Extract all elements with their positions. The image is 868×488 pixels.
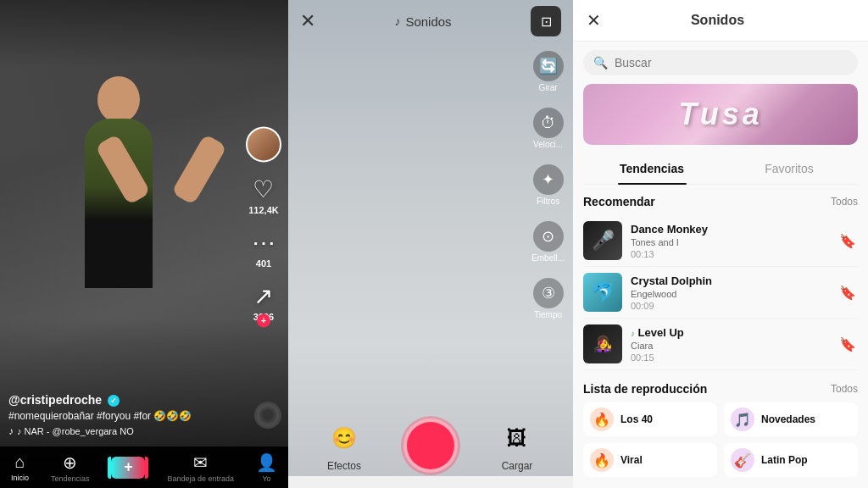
avatar	[246, 126, 281, 162]
nav-profile[interactable]: 👤 Yo	[256, 452, 277, 483]
playlist-novedades[interactable]: 🎵 Novedades	[724, 402, 858, 436]
heart-icon: ♡	[253, 175, 274, 203]
home-icon: ⌂	[14, 452, 25, 472]
sound-item-level-up[interactable]: 👩‍🎤 ♪ Level Up Ciara 00:15 🔖	[583, 319, 858, 370]
latinpop-label: Latin Pop	[761, 454, 808, 466]
camera-profile-button[interactable]: ⊡	[531, 6, 561, 36]
playlist-all-link[interactable]: Todos	[831, 383, 858, 395]
inbox-icon: ✉	[193, 452, 208, 473]
camera-bottom-bar	[288, 476, 573, 488]
dance-monkey-thumb-inner: 🎤	[583, 221, 622, 260]
avatar-action[interactable]: +	[246, 126, 281, 162]
effects-label: Efectos	[327, 460, 361, 472]
nav-home[interactable]: ⌂ Inicio	[11, 452, 29, 482]
sounds-search-bar[interactable]: 🔍	[583, 50, 858, 75]
camera-close-button[interactable]: ✕	[300, 10, 315, 32]
camera-filters-tool[interactable]: ✦ Filtros	[531, 164, 565, 206]
record-button[interactable]	[403, 419, 458, 473]
upload-button[interactable]: 🖼 Cargar	[498, 419, 536, 472]
sounds-scroll-area[interactable]: Recomendar Todos 🎤 Dance Monkey Tones an…	[573, 185, 868, 488]
crystal-dolphin-thumb	[583, 273, 622, 312]
dance-monkey-thumb: 🎤	[583, 221, 622, 260]
search-input[interactable]	[615, 56, 848, 69]
dance-monkey-duration: 00:13	[631, 249, 829, 259]
camera-title: ♪ Sonidos	[394, 14, 451, 29]
playlist-los40[interactable]: 🔥 Los 40	[583, 402, 717, 436]
speed-label: Veloci...	[533, 140, 563, 149]
level-up-author: Ciara	[631, 341, 829, 351]
banner-text: Tusa	[678, 97, 762, 132]
tab-tendencias[interactable]: Tendencias	[583, 153, 721, 184]
level-up-thumb-inner: 👩‍🎤	[583, 324, 622, 363]
upload-label: Cargar	[502, 460, 533, 472]
dance-monkey-bookmark[interactable]: 🔖	[837, 230, 858, 251]
nav-trending-label: Tendencias	[51, 474, 90, 483]
recomendar-header: Recomendar Todos	[583, 195, 858, 208]
bottom-nav: ⌂ Inicio ⊕ Tendencias + ✉ Bandeja de ent…	[0, 446, 288, 488]
video-top-gradient	[0, 0, 288, 68]
viral-icon: 🔥	[590, 448, 614, 472]
note-icon: ♪	[631, 329, 635, 338]
speed-icon: ⏱	[533, 108, 564, 138]
novedades-icon: 🎵	[731, 408, 754, 431]
figure-head	[97, 76, 140, 123]
nav-inbox[interactable]: ✉ Bandeja de entrada	[167, 452, 234, 483]
camera-header: ✕ ♪ Sonidos ⊡	[288, 0, 573, 42]
nav-inbox-label: Bandeja de entrada	[167, 474, 234, 483]
sounds-header: ✕ Sonidos	[573, 0, 868, 42]
level-up-bookmark[interactable]: 🔖	[837, 334, 858, 354]
crystal-dolphin-name: Crystal Dolphin	[631, 274, 829, 287]
video-username: @cristipedroche ✓	[8, 393, 237, 407]
camera-rotate-tool[interactable]: 🔄 Girar	[531, 51, 565, 92]
level-up-name: ♪ Level Up	[631, 326, 829, 339]
verified-badge: ✓	[108, 395, 120, 407]
timer-icon: ③	[533, 278, 564, 308]
sound-item-dance-monkey[interactable]: 🎤 Dance Monkey Tones and I 00:13 🔖	[583, 215, 858, 267]
recomendar-section: Recomendar Todos 🎤 Dance Monkey Tones an…	[573, 185, 868, 375]
rotate-label: Girar	[538, 83, 557, 92]
share-icon: ↗	[253, 282, 273, 310]
sounds-banner[interactable]: Tusa	[583, 84, 858, 145]
sound-item-crystal-dolphin[interactable]: Crystal Dolphin Engelwood 00:09 🔖	[583, 267, 858, 319]
dance-monkey-author: Tones and I	[631, 237, 829, 247]
nav-create[interactable]: +	[111, 457, 145, 479]
camera-beauty-tool[interactable]: ⊙ Embell...	[531, 221, 565, 263]
music-note-icon: ♪	[8, 425, 14, 437]
level-up-info: ♪ Level Up Ciara 00:15	[631, 326, 829, 363]
comment-count: 401	[256, 258, 271, 269]
timer-label: Tiempo	[534, 310, 562, 319]
sounds-close-button[interactable]: ✕	[587, 10, 601, 30]
beauty-label: Embell...	[531, 253, 565, 263]
nav-home-label: Inicio	[11, 474, 29, 482]
dance-monkey-name: Dance Monkey	[631, 223, 829, 236]
crystal-dolphin-bookmark[interactable]: 🔖	[837, 282, 858, 302]
upload-icon: 🖼	[498, 419, 536, 457]
dance-monkey-info: Dance Monkey Tones and I 00:13	[631, 223, 829, 259]
crystal-dolphin-info: Crystal Dolphin Engelwood 00:09	[631, 274, 829, 311]
recomendar-title: Recomendar	[583, 195, 655, 208]
nav-trending[interactable]: ⊕ Tendencias	[51, 452, 90, 483]
comment-action[interactable]: ⋯ 401	[252, 229, 275, 269]
create-button[interactable]: +	[111, 457, 145, 479]
playlist-header: Lista de reproducción Todos	[583, 382, 858, 396]
sounds-panel: ✕ Sonidos 🔍 Tusa Tendencias Favoritos Re…	[573, 0, 868, 488]
playlist-viral[interactable]: 🔥 Viral	[583, 443, 717, 477]
profile-icon: 👤	[256, 452, 277, 473]
crystal-dolphin-author: Engelwood	[631, 289, 829, 299]
like-action[interactable]: ♡ 112,4K	[248, 175, 278, 215]
playlist-latinpop[interactable]: 🎸 Latin Pop	[724, 443, 858, 477]
novedades-label: Novedades	[761, 413, 815, 425]
camera-bottom-controls: 😊 Efectos 🖼 Cargar	[288, 403, 573, 488]
camera-speed-tool[interactable]: ⏱ Veloci...	[531, 108, 565, 149]
arm-left	[95, 134, 151, 205]
nav-profile-label: Yo	[262, 474, 270, 483]
filters-icon: ✦	[533, 164, 564, 195]
recomendar-all-link[interactable]: Todos	[831, 196, 858, 208]
camera-timer-tool[interactable]: ③ Tiempo	[531, 278, 565, 319]
level-up-thumb: 👩‍🎤	[583, 324, 622, 363]
los40-icon: 🔥	[590, 408, 614, 431]
video-sidebar: + ♡ 112,4K ⋯ 401 ↗ 3606	[246, 126, 281, 322]
effects-button[interactable]: 😊 Efectos	[326, 419, 363, 472]
playlist-section: Lista de reproducción Todos 🔥 Los 40 🎵 N…	[573, 375, 868, 484]
tab-favoritos[interactable]: Favoritos	[721, 153, 858, 184]
